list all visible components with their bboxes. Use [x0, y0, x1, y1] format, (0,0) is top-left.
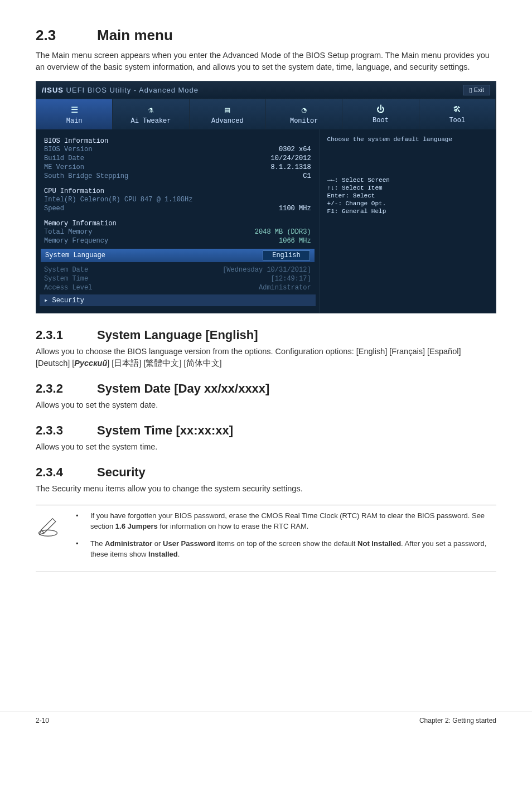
section-number: 2.3: [36, 27, 97, 44]
gauge-icon: ◔: [268, 105, 340, 115]
subsection-title: System Time [xx:xx:xx]: [97, 423, 233, 437]
row-sb-stepping: South Bridge SteppingC1: [44, 172, 311, 181]
exit-icon: ▯: [469, 86, 474, 93]
note-item: • If you have forgotten your BIOS passwo…: [76, 511, 496, 532]
subsection-heading: 2.3.1System Language [English]: [36, 328, 496, 342]
tab-label: Advanced: [211, 117, 244, 125]
tab-label: Boot: [373, 117, 389, 124]
page-number: 2-10: [36, 712, 49, 724]
tab-tool[interactable]: 🛠 Tool: [419, 99, 496, 129]
row-total-memory: Total Memory2048 MB (DDR3): [44, 228, 311, 236]
tool-icon: 🛠: [422, 105, 493, 115]
bios-brand: /ISUS UEFI BIOS Utility - Advanced Mode: [42, 86, 199, 94]
bullet-icon: •: [76, 511, 80, 532]
hotkey-select-screen: →←: Select Screen: [327, 176, 488, 184]
chapter-label: Chapter 2: Getting started: [419, 712, 496, 724]
memory-info-heading: Memory Information: [44, 220, 311, 228]
bios-brand-subtitle: UEFI BIOS Utility - Advanced Mode: [64, 86, 199, 94]
divider: [36, 505, 496, 505]
subsection-body: Allows you to set the system date.: [36, 399, 496, 411]
help-hotkeys: →←: Select Screen ↑↓: Select Item Enter:…: [327, 176, 488, 215]
row-cpu-speed: Speed1100 MHz: [44, 204, 311, 213]
tab-monitor[interactable]: ◔ Monitor: [266, 99, 342, 129]
row-access-level: Access LevelAdministrator: [44, 283, 311, 292]
bios-screenshot: /ISUS UEFI BIOS Utility - Advanced Mode …: [36, 81, 496, 313]
bios-brand-logo: /ISUS: [42, 86, 64, 94]
section-heading: 2.3Main menu: [36, 27, 496, 44]
row-security[interactable]: ▸ Security: [40, 294, 316, 306]
subsection-heading: 2.3.3System Time [xx:xx:xx]: [36, 423, 496, 438]
bullet-icon: •: [76, 539, 80, 560]
tab-advanced[interactable]: ▤ Advanced: [190, 99, 266, 129]
note-text: The Administrator or User Password items…: [90, 539, 496, 560]
cpu-info-heading: CPU Information: [44, 187, 311, 195]
note-box: • If you have forgotten your BIOS passwo…: [36, 505, 496, 572]
chip-icon: ▤: [192, 105, 263, 115]
note-item: • The Administrator or User Password ite…: [76, 539, 496, 560]
exit-button[interactable]: ▯ Exit: [463, 85, 490, 95]
bios-main-panel: BIOS Information BIOS Version0302 x64 Bu…: [36, 129, 319, 313]
note-text: If you have forgotten your BIOS password…: [90, 511, 496, 532]
power-icon: ⏻: [345, 105, 416, 115]
hotkey-enter: Enter: Select: [327, 192, 488, 200]
hotkey-general-help: F1: General Help: [327, 207, 488, 215]
tab-boot[interactable]: ⏻ Boot: [342, 99, 419, 129]
section-title-text: Main menu: [97, 27, 173, 44]
security-label: Security: [52, 297, 84, 305]
pencil-note-icon: [36, 511, 62, 540]
subsection-title: System Language [English]: [97, 328, 258, 342]
subsection-title: System Date [Day xx/xx/xxxx]: [97, 381, 269, 395]
subsection-heading: 2.3.2System Date [Day xx/xx/xxxx]: [36, 381, 496, 396]
divider: [36, 572, 496, 572]
row-system-language[interactable]: System Language English: [41, 249, 315, 262]
bios-help-panel: Choose the system default language →←: S…: [319, 129, 496, 313]
bios-tabs: ☰ Main ⚗ Ai Tweaker ▤ Advanced ◔ Monitor…: [36, 99, 496, 129]
tab-label: Monitor: [290, 117, 318, 125]
row-bios-version: BIOS Version0302 x64: [44, 145, 311, 154]
hotkey-select-item: ↑↓: Select Item: [327, 184, 488, 192]
subsection-body: Allows you to choose the BIOS language v…: [36, 346, 496, 369]
list-icon: ☰: [38, 105, 110, 115]
row-system-date[interactable]: System Date[Wednesday 10/31/2012]: [44, 265, 311, 274]
tab-label: Main: [66, 117, 83, 125]
bios-info-heading: BIOS Information: [44, 137, 311, 145]
help-description: Choose the system default language: [327, 136, 488, 143]
row-me-version: ME Version8.1.2.1318: [44, 163, 311, 172]
system-language-label: System Language: [45, 252, 105, 259]
exit-label: Exit: [474, 86, 484, 93]
subsection-heading: 2.3.4Security: [36, 465, 496, 480]
tab-main[interactable]: ☰ Main: [36, 99, 113, 129]
section-intro: The Main menu screen appears when you en…: [36, 50, 496, 73]
subsection-number: 2.3.1: [36, 328, 97, 342]
row-system-time[interactable]: System Time[12:49:17]: [44, 274, 311, 283]
hotkey-change-opt: +/-: Change Opt.: [327, 200, 488, 207]
system-language-value[interactable]: English: [263, 250, 309, 260]
bios-titlebar: /ISUS UEFI BIOS Utility - Advanced Mode …: [36, 81, 496, 99]
tab-label: Ai Tweaker: [130, 117, 171, 125]
row-cpu-name: Intel(R) Celeron(R) CPU 847 @ 1.10GHz: [44, 195, 311, 204]
tab-ai-tweaker[interactable]: ⚗ Ai Tweaker: [113, 99, 189, 129]
subsection-number: 2.3.2: [36, 381, 97, 396]
subsection-number: 2.3.3: [36, 423, 97, 438]
tweaker-icon: ⚗: [115, 105, 186, 115]
tab-label: Tool: [449, 117, 465, 124]
subsection-body: Allows you to set the system time.: [36, 441, 496, 453]
row-memory-freq: Memory Frequency1066 MHz: [44, 236, 311, 245]
chevron-right-icon: ▸: [44, 297, 52, 305]
page-footer: 2-10 Chapter 2: Getting started: [0, 712, 532, 740]
subsection-title: Security: [97, 465, 146, 479]
row-build-date: Build Date10/24/2012: [44, 154, 311, 163]
subsection-number: 2.3.4: [36, 465, 97, 480]
subsection-body: The Security menu items allow you to cha…: [36, 483, 496, 495]
